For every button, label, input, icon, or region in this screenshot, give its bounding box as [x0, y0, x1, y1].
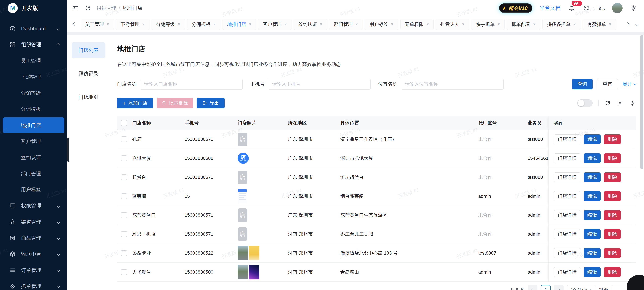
edit-button[interactable]: 编辑 [584, 267, 600, 277]
store-brand-logo[interactable]: 店STORE [238, 153, 249, 164]
notifications-bell-icon[interactable]: 99+ [568, 4, 575, 12]
sidebar-subitem-用户标签[interactable]: 用户标签 [0, 182, 67, 198]
sidebar-subitem-客户管理[interactable]: 客户管理 [0, 133, 67, 149]
tab-close-icon[interactable]: × [355, 22, 358, 27]
tab-close-icon[interactable]: × [391, 22, 394, 27]
store-detail-button[interactable]: 门店详情 [554, 191, 580, 201]
sidebar-item-抓单管理[interactable]: 抓单管理 [0, 278, 67, 290]
row-checkbox[interactable] [121, 212, 127, 218]
tab-close-icon[interactable]: × [213, 22, 216, 27]
vip-badge[interactable]: ★ 超会V10 [499, 3, 532, 13]
tab-员工管理[interactable]: 员工管理 × [80, 19, 114, 30]
add-store-button[interactable]: + 添加门店 [117, 98, 153, 108]
language-translate-icon[interactable]: 文A [597, 4, 605, 12]
tab-close-icon[interactable]: × [142, 22, 145, 27]
delete-button[interactable]: 删除 [604, 267, 621, 277]
settings-gear-icon[interactable] [630, 4, 637, 12]
fullscreen-icon[interactable] [582, 4, 590, 12]
export-button[interactable]: 导出 [197, 98, 224, 108]
table-display-toggle[interactable] [577, 99, 593, 107]
tab-签约认证[interactable]: 签约认证 × [294, 19, 327, 30]
refresh-page-icon[interactable] [84, 4, 92, 12]
row-checkbox[interactable] [121, 156, 127, 161]
sidebar-subitem-分销等级[interactable]: 分销等级 [0, 85, 67, 101]
tab-部门管理[interactable]: 部门管理 × [329, 19, 362, 30]
pagination-jump-input[interactable] [612, 285, 628, 290]
tab-分销等级[interactable]: 分销等级 × [152, 19, 185, 30]
delete-button[interactable]: 删除 [604, 172, 621, 182]
tab-地推门店[interactable]: 地推门店 × [223, 19, 256, 30]
sidebar-subitem-部门管理[interactable]: 部门管理 [0, 166, 67, 182]
store-photo-pair[interactable] [238, 246, 260, 260]
sidebar-subitem-下游管理[interactable]: 下游管理 [0, 69, 67, 85]
tab-close-icon[interactable]: × [284, 22, 287, 27]
tabs-dropdown-icon[interactable] [634, 23, 640, 26]
filter-input-位置名称[interactable] [401, 78, 504, 90]
store-detail-button[interactable]: 门店详情 [554, 154, 580, 163]
tab-close-icon[interactable]: × [320, 22, 322, 27]
sidebar-item-订单管理[interactable]: 订单管理 [0, 262, 67, 278]
tab-有赞抓单[interactable]: 有赞抓单 × [583, 19, 616, 30]
tab-分佣模板[interactable]: 分佣模板 × [187, 19, 220, 30]
tab-用户标签[interactable]: 用户标签 × [365, 19, 398, 30]
page-scrollbar[interactable] [640, 35, 643, 290]
batch-delete-button[interactable]: 批量删除 [157, 98, 193, 108]
platform-docs-link[interactable]: 平台文档 [540, 4, 560, 12]
row-height-icon[interactable] [617, 100, 624, 106]
sidebar-item-商品管理[interactable]: 商品管理 [0, 230, 67, 246]
delete-button[interactable]: 删除 [604, 191, 621, 201]
sub-sidebar-item-门店列表[interactable]: 门店列表 [72, 42, 105, 58]
sidebar-subitem-员工管理[interactable]: 员工管理 [0, 53, 67, 69]
store-detail-button[interactable]: 门店详情 [554, 267, 580, 277]
store-detail-button[interactable]: 门店详情 [554, 172, 580, 182]
delete-button[interactable]: 删除 [604, 248, 621, 258]
tab-抖音达人[interactable]: 抖音达人 × [436, 19, 469, 30]
tab-close-icon[interactable]: × [426, 22, 429, 27]
sub-sidebar-item-拜访记录[interactable]: 拜访记录 [72, 66, 105, 82]
row-checkbox[interactable] [121, 193, 127, 199]
edit-button[interactable]: 编辑 [584, 210, 600, 220]
tabs-scroll-left-icon[interactable] [72, 23, 78, 26]
user-avatar[interactable] [612, 3, 622, 13]
row-checkbox[interactable] [121, 231, 127, 237]
pagination-next-button[interactable] [554, 285, 564, 290]
tab-下游管理[interactable]: 下游管理 × [116, 19, 149, 30]
refresh-table-icon[interactable] [604, 100, 611, 106]
tab-客户管理[interactable]: 客户管理 × [258, 19, 292, 30]
tab-拼多多抓单[interactable]: 拼多多抓单 × [542, 19, 580, 30]
row-checkbox[interactable] [121, 269, 127, 275]
sidebar-item-物联中台[interactable]: 物联中台 [0, 246, 67, 262]
filter-input-门店名称[interactable] [140, 78, 243, 90]
collapse-menu-icon[interactable] [72, 4, 79, 12]
tab-close-icon[interactable]: × [249, 22, 251, 27]
edit-button[interactable]: 编辑 [584, 134, 600, 144]
delete-button[interactable]: 删除 [604, 229, 621, 239]
sidebar-subitem-地推门店[interactable]: 地推门店 [3, 118, 64, 133]
filter-input-手机号[interactable] [268, 78, 371, 90]
delete-button[interactable]: 删除 [604, 134, 621, 144]
store-detail-button[interactable]: 门店详情 [554, 134, 580, 144]
column-settings-gear-icon[interactable] [629, 100, 636, 106]
expand-filters-link[interactable]: 展开 [622, 81, 636, 88]
tab-抓单配置[interactable]: 抓单配置 × [507, 19, 540, 30]
pagination-page-size-select[interactable]: 10 条/页 [567, 285, 596, 290]
store-detail-button[interactable]: 门店详情 [554, 210, 580, 220]
breadcrumb-parent[interactable]: 组织管理 [97, 5, 116, 12]
store-photo-pair[interactable] [238, 265, 260, 280]
tab-close-icon[interactable]: × [178, 22, 180, 27]
sub-sidebar-item-门店地图[interactable]: 门店地图 [72, 89, 105, 105]
sidebar-item-组织管理[interactable]: 组织管理 [0, 36, 67, 53]
row-checkbox[interactable] [121, 250, 127, 256]
sidebar-subitem-签约认证[interactable]: 签约认证 [0, 149, 67, 166]
sidebar-item-渠道管理[interactable]: 渠道管理 [0, 214, 67, 230]
page-scrollbar-thumb[interactable] [640, 35, 643, 169]
search-button[interactable]: 查询 [572, 79, 593, 90]
store-detail-button[interactable]: 门店详情 [554, 248, 580, 258]
row-checkbox[interactable] [121, 136, 127, 142]
tab-close-icon[interactable]: × [498, 22, 500, 27]
reset-button[interactable]: 重置 [597, 79, 618, 90]
tab-close-icon[interactable]: × [609, 22, 612, 27]
tabs-scroll-right-icon[interactable] [624, 23, 630, 26]
edit-button[interactable]: 编辑 [584, 172, 600, 182]
store-detail-button[interactable]: 门店详情 [554, 229, 580, 239]
